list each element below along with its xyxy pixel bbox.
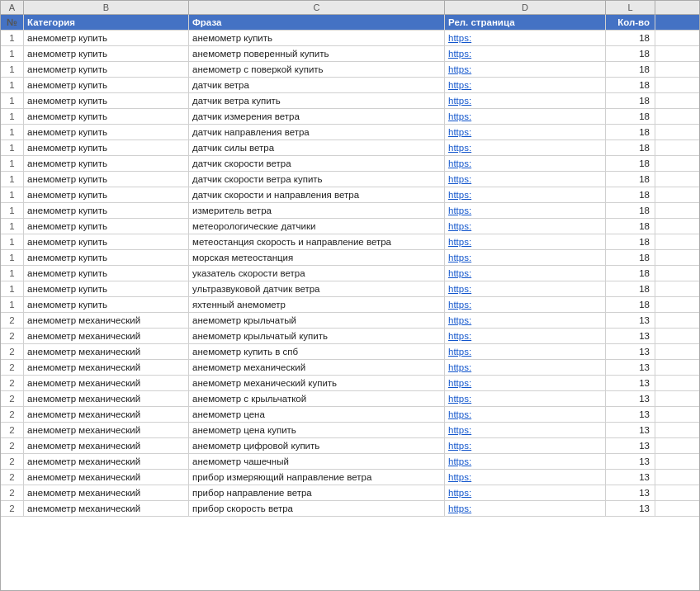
table-row: 2 анемометр механический анемометр чашеч… (1, 454, 699, 470)
cell-url[interactable]: https: (445, 46, 606, 61)
header-num: № (1, 15, 24, 30)
cell-url[interactable]: https: (445, 376, 606, 390)
cell-category: анемометр купить (24, 203, 189, 218)
table-row: 1 анемометр купить датчик ветра https: 1… (1, 78, 699, 93)
cell-category: анемометр купить (24, 62, 189, 77)
cell-category: анемометр купить (24, 125, 189, 139)
cell-url[interactable]: https: (445, 234, 606, 249)
cell-url[interactable]: https: (445, 172, 606, 187)
cell-phrase: указатель скорости ветра (189, 266, 445, 281)
spreadsheet: A B C D L № Категория Фраза Рел. страниц… (0, 0, 700, 591)
cell-count: 13 (606, 501, 655, 516)
cell-url[interactable]: https: (445, 391, 606, 406)
cell-url[interactable]: https: (445, 344, 606, 359)
cell-num: 2 (1, 376, 24, 390)
cell-phrase: анемометр с крыльчаткой (189, 391, 445, 406)
cell-num: 1 (1, 109, 24, 124)
cell-count: 18 (606, 203, 655, 218)
table-row: 1 анемометр купить метеостанция скорость… (1, 234, 699, 250)
table-row: 2 анемометр механический анемометр крыль… (1, 313, 699, 329)
cell-url[interactable]: https: (445, 250, 606, 265)
cell-category: анемометр купить (24, 156, 189, 171)
cell-phrase: датчик скорости ветра купить (189, 172, 445, 187)
cell-category: анемометр механический (24, 360, 189, 375)
cell-url[interactable]: https: (445, 266, 606, 281)
cell-url[interactable]: https: (445, 281, 606, 296)
cell-count: 18 (606, 125, 655, 139)
cell-phrase: анемометр чашечный (189, 454, 445, 469)
cell-url[interactable]: https: (445, 140, 606, 155)
cell-category: анемометр купить (24, 78, 189, 92)
cell-num: 1 (1, 46, 24, 61)
cell-phrase: анемометр поверенный купить (189, 46, 445, 61)
cell-num: 1 (1, 187, 24, 202)
cell-phrase: прибор скорость ветра (189, 501, 445, 516)
table-row: 2 анемометр механический анемометр механ… (1, 376, 699, 391)
table-row: 2 анемометр механический анемометр купит… (1, 344, 699, 360)
header-phrase: Фраза (189, 15, 445, 30)
cell-category: анемометр купить (24, 250, 189, 265)
table-row: 1 анемометр купить анемометр поверенный … (1, 46, 699, 62)
cell-category: анемометр механический (24, 344, 189, 359)
cell-num: 2 (1, 423, 24, 437)
cell-num: 1 (1, 31, 24, 45)
cell-num: 2 (1, 501, 24, 516)
cell-url[interactable]: https: (445, 360, 606, 375)
cell-url[interactable]: https: (445, 93, 606, 108)
table-row: 1 анемометр купить датчик скорости ветра… (1, 156, 699, 172)
table-row: 1 анемометр купить датчик силы ветра htt… (1, 140, 699, 156)
cell-count: 13 (606, 313, 655, 328)
cell-phrase: датчик скорости и направления ветра (189, 187, 445, 202)
table-row: 2 анемометр механический прибор направле… (1, 485, 699, 501)
cell-num: 1 (1, 78, 24, 92)
cell-url[interactable]: https: (445, 78, 606, 92)
col-header-c: C (189, 1, 445, 14)
cell-category: анемометр купить (24, 31, 189, 45)
cell-url[interactable]: https: (445, 109, 606, 124)
cell-num: 1 (1, 93, 24, 108)
cell-num: 1 (1, 172, 24, 187)
cell-category: анемометр механический (24, 407, 189, 422)
cell-url[interactable]: https: (445, 203, 606, 218)
cell-num: 2 (1, 454, 24, 469)
cell-url[interactable]: https: (445, 501, 606, 516)
cell-category: анемометр купить (24, 281, 189, 296)
cell-url[interactable]: https: (445, 31, 606, 45)
cell-count: 13 (606, 470, 655, 485)
cell-url[interactable]: https: (445, 329, 606, 343)
cell-url[interactable]: https: (445, 187, 606, 202)
cell-phrase: датчик направления ветра (189, 125, 445, 139)
cell-url[interactable]: https: (445, 423, 606, 437)
cell-count: 18 (606, 31, 655, 45)
cell-phrase: яхтенный анемометр (189, 297, 445, 312)
cell-category: анемометр механический (24, 391, 189, 406)
cell-url[interactable]: https: (445, 485, 606, 500)
cell-phrase: датчик скорости ветра (189, 156, 445, 171)
cell-url[interactable]: https: (445, 438, 606, 453)
cell-count: 18 (606, 234, 655, 249)
cell-count: 18 (606, 93, 655, 108)
cell-url[interactable]: https: (445, 407, 606, 422)
cell-url[interactable]: https: (445, 313, 606, 328)
cell-count: 13 (606, 344, 655, 359)
cell-phrase: метеорологические датчики (189, 219, 445, 234)
cell-url[interactable]: https: (445, 62, 606, 77)
cell-phrase: метеостанция скорость и направление ветр… (189, 234, 445, 249)
cell-count: 18 (606, 46, 655, 61)
cell-count: 13 (606, 407, 655, 422)
cell-category: анемометр механический (24, 423, 189, 437)
cell-count: 18 (606, 140, 655, 155)
cell-url[interactable]: https: (445, 156, 606, 171)
cell-category: анемометр механический (24, 329, 189, 343)
cell-count: 18 (606, 297, 655, 312)
cell-url[interactable]: https: (445, 297, 606, 312)
cell-url[interactable]: https: (445, 125, 606, 139)
table-body: 1 анемометр купить анемометр купить http… (1, 31, 699, 517)
cell-count: 18 (606, 219, 655, 234)
cell-phrase: анемометр купить (189, 31, 445, 45)
cell-num: 1 (1, 281, 24, 296)
cell-url[interactable]: https: (445, 219, 606, 234)
cell-url[interactable]: https: (445, 470, 606, 485)
cell-phrase: морская метеостанция (189, 250, 445, 265)
cell-url[interactable]: https: (445, 454, 606, 469)
